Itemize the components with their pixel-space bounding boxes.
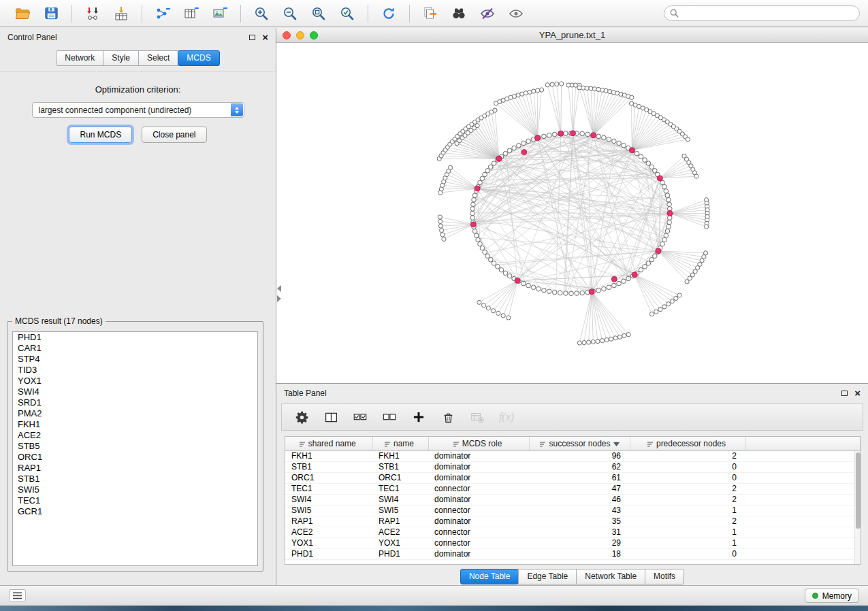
mcds-result-item[interactable]: TEC1 <box>13 495 257 506</box>
tab-edge-table[interactable]: Edge Table <box>518 569 577 584</box>
mcds-result-item[interactable]: PHD1 <box>13 332 257 343</box>
import-network-file-button[interactable] <box>80 3 105 24</box>
mcds-result-item[interactable]: STB5 <box>13 441 257 452</box>
import-table-file-button[interactable] <box>109 3 133 24</box>
table-row[interactable]: SWI4SWI4dominator462 <box>285 494 861 505</box>
mcds-result-list[interactable]: PHD1CAR1STP4TID3YOX1SWI4SRD1PMA2FKH1ACE2… <box>12 331 258 566</box>
close-window-icon[interactable] <box>283 31 291 39</box>
float-table-panel-button[interactable] <box>841 391 848 396</box>
collapse-left-icon[interactable] <box>277 285 281 292</box>
table-row[interactable]: STB1STB1dominator620 <box>285 461 861 472</box>
refresh-icon <box>381 5 397 22</box>
memory-button[interactable]: Memory <box>805 589 859 603</box>
mcds-panel: Optimization criterion: largest connecte… <box>0 72 276 143</box>
cell-predecessor-nodes: 0 <box>630 472 745 483</box>
eye-icon <box>508 5 524 22</box>
zoom-in-button[interactable] <box>249 3 274 24</box>
zoom-selected-button[interactable] <box>335 3 359 24</box>
network-canvas[interactable] <box>276 44 868 383</box>
search-input[interactable] <box>664 5 860 21</box>
close-control-panel-button[interactable]: × <box>262 34 268 41</box>
cell-filler <box>745 527 861 538</box>
open-session-button[interactable] <box>10 3 35 24</box>
tab-select[interactable]: Select <box>138 50 178 66</box>
mcds-result-item[interactable]: STP4 <box>13 354 257 365</box>
delete-column-button[interactable] <box>439 408 457 426</box>
tab-motifs[interactable]: Motifs <box>645 569 684 584</box>
export-image-button[interactable] <box>208 3 232 24</box>
expand-right-icon[interactable] <box>277 295 281 302</box>
mcds-result-item[interactable]: CAR1 <box>13 343 257 354</box>
cytoscape-window: Control Panel × NetworkStyleSelectMCDS O… <box>0 0 868 611</box>
column-header-mcds-role[interactable]: MCDS role <box>428 437 529 450</box>
tab-node-table[interactable]: Node Table <box>460 569 519 584</box>
table-panel-tabs: Node TableEdge TableNetwork TableMotifs <box>276 569 868 584</box>
table-row[interactable]: FKH1FKH1dominator962 <box>285 450 861 461</box>
mcds-result-item[interactable]: TID3 <box>13 365 257 376</box>
export-network-button[interactable] <box>150 3 175 24</box>
table-settings-button[interactable] <box>293 408 310 426</box>
table-row[interactable]: PHD1PHD1dominator180 <box>285 548 861 559</box>
mcds-result-item[interactable]: YOX1 <box>13 376 257 386</box>
zoom-fit-button[interactable] <box>306 3 331 24</box>
zoom-out-icon <box>282 5 298 22</box>
hide-selected-button[interactable] <box>475 3 500 24</box>
mcds-result-item[interactable]: PMA2 <box>13 408 257 419</box>
table-row[interactable]: RAP1RAP1dominator352 <box>285 516 861 527</box>
network-graph[interactable] <box>276 44 868 383</box>
mcds-result-item[interactable]: ORC1 <box>13 452 257 463</box>
cell-filler <box>745 483 861 494</box>
save-session-button[interactable] <box>39 3 63 24</box>
find-button[interactable] <box>447 3 471 24</box>
table-row[interactable]: YOX1YOX1connector291 <box>285 538 861 548</box>
table-row[interactable]: ORC1ORC1dominator610 <box>285 472 861 483</box>
mcds-result-item[interactable]: SWI5 <box>13 484 257 495</box>
table-row[interactable]: TEC1TEC1connector472 <box>285 483 861 494</box>
scrollbar-thumb[interactable] <box>856 452 861 529</box>
zoom-out-button[interactable] <box>278 3 302 24</box>
network-window-titlebar[interactable]: YPA_prune.txt_1 <box>276 28 868 43</box>
cell-predecessor-nodes: 2 <box>630 494 745 505</box>
mcds-result-item[interactable]: SRD1 <box>13 397 257 408</box>
copy-network-button[interactable] <box>418 3 443 24</box>
tab-network[interactable]: Network <box>56 50 103 66</box>
tab-mcds[interactable]: MCDS <box>178 50 219 66</box>
control-panel: Control Panel × NetworkStyleSelectMCDS O… <box>0 28 276 585</box>
float-control-panel-button[interactable] <box>249 35 255 40</box>
mcds-result-item[interactable]: FKH1 <box>13 419 257 430</box>
maximize-window-icon[interactable] <box>310 31 318 39</box>
show-all-button[interactable] <box>504 3 528 24</box>
minimize-window-icon[interactable] <box>296 31 304 39</box>
apply-layout-button[interactable] <box>376 3 401 24</box>
deselect-all-button[interactable] <box>381 408 398 426</box>
close-table-panel-button[interactable]: × <box>854 390 861 397</box>
mcds-result-item[interactable]: RAP1 <box>13 463 257 474</box>
sort-icon <box>539 441 546 448</box>
column-header-successor-nodes[interactable]: successor nodes <box>529 437 630 450</box>
table-row[interactable]: ACE2ACE2connector311 <box>285 527 861 538</box>
import-network-icon <box>84 5 101 22</box>
select-all-button[interactable] <box>351 408 369 426</box>
optimization-criterion-select[interactable]: largest connected component (undirected) <box>32 102 244 118</box>
show-columns-button[interactable] <box>322 408 340 426</box>
folder-open-icon <box>14 5 31 22</box>
tab-style[interactable]: Style <box>103 50 139 66</box>
add-column-button[interactable] <box>410 408 428 426</box>
export-table-button[interactable] <box>179 3 204 24</box>
chevron-down-icon <box>613 442 620 446</box>
table-row[interactable]: SWI5SWI5connector431 <box>285 505 861 516</box>
mcds-result-item[interactable]: STB1 <box>13 474 257 484</box>
toolbar-separator <box>142 5 142 22</box>
mcds-result-item[interactable]: ACE2 <box>13 430 257 441</box>
tab-network-table[interactable]: Network Table <box>576 569 645 584</box>
panel-menu-button[interactable] <box>9 589 26 602</box>
run-mcds-button[interactable]: Run MCDS <box>69 127 132 143</box>
close-panel-button[interactable]: Close panel <box>142 127 206 143</box>
column-header-shared-name[interactable]: shared name <box>285 437 372 450</box>
column-header-name[interactable]: name <box>372 437 428 450</box>
mcds-result-item[interactable]: SWI4 <box>13 386 257 397</box>
mcds-result-item[interactable]: GCR1 <box>13 506 257 517</box>
column-header-predecessor-nodes[interactable]: predecessor nodes <box>630 437 745 450</box>
table-scrollbar[interactable] <box>854 451 861 564</box>
cell-filler <box>745 494 861 505</box>
